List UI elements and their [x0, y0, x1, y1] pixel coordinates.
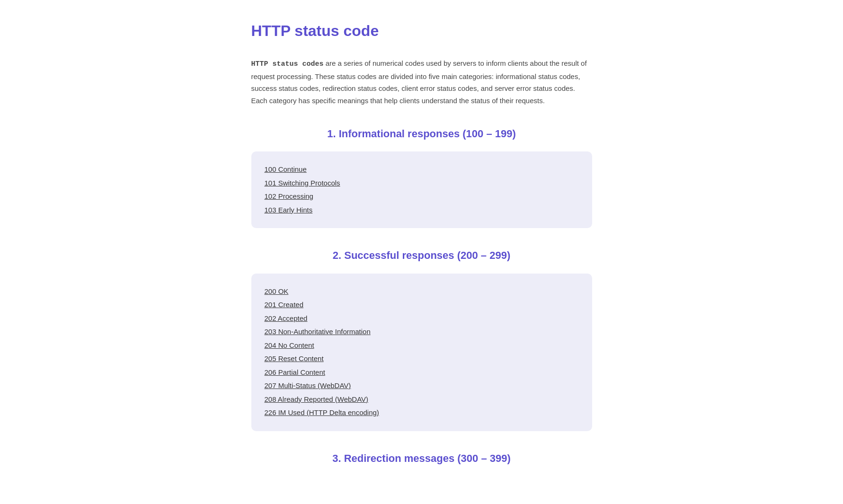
status-link-208[interactable]: 208 Already Reported (WebDAV) — [265, 393, 579, 407]
page-title: HTTP status code — [251, 19, 592, 43]
status-link-101[interactable]: 101 Switching Protocols — [265, 177, 579, 190]
section-title-successful: 2. Successful responses (200 – 299) — [251, 247, 592, 264]
section-title-redirection: 3. Redirection messages (300 – 399) — [251, 450, 592, 467]
status-link-200[interactable]: 200 OK — [265, 285, 579, 299]
status-link-205[interactable]: 205 Reset Content — [265, 352, 579, 366]
status-link-103[interactable]: 103 Early Hints — [265, 203, 579, 217]
section-redirection: 3. Redirection messages (300 – 399) — [251, 450, 592, 467]
section-informational: 1. Informational responses (100 – 199) 1… — [251, 125, 592, 228]
intro-paragraph: HTTP status codes are a series of numeri… — [251, 57, 592, 106]
status-link-102[interactable]: 102 Processing — [265, 190, 579, 203]
status-link-207[interactable]: 207 Multi-Status (WebDAV) — [265, 379, 579, 393]
section-successful: 2. Successful responses (200 – 299) 200 … — [251, 247, 592, 431]
status-link-203[interactable]: 203 Non-Authoritative Information — [265, 325, 579, 339]
status-box-informational: 100 Continue 101 Switching Protocols 102… — [251, 151, 592, 228]
section-title-informational: 1. Informational responses (100 – 199) — [251, 125, 592, 142]
status-link-100[interactable]: 100 Continue — [265, 163, 579, 177]
status-link-206[interactable]: 206 Partial Content — [265, 366, 579, 380]
status-box-successful: 200 OK 201 Created 202 Accepted 203 Non-… — [251, 274, 592, 431]
page-container: HTTP status code HTTP status codes are a… — [242, 0, 602, 504]
status-link-201[interactable]: 201 Created — [265, 298, 579, 312]
status-link-204[interactable]: 204 No Content — [265, 339, 579, 353]
status-link-202[interactable]: 202 Accepted — [265, 312, 579, 326]
bold-term: HTTP status codes — [251, 60, 324, 68]
status-link-226[interactable]: 226 IM Used (HTTP Delta encoding) — [265, 406, 579, 420]
